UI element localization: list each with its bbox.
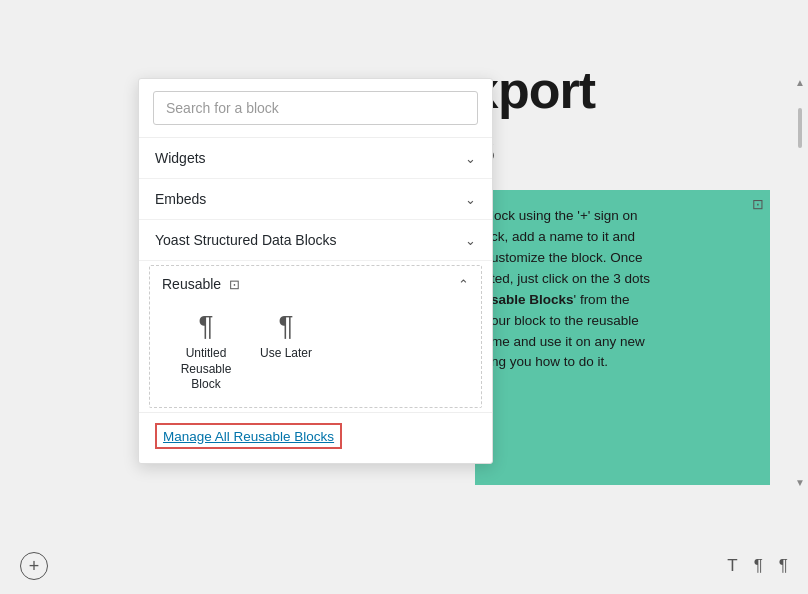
- manage-link-box: Manage All Reusable Blocks: [155, 423, 342, 449]
- manage-reusable-blocks-link[interactable]: Manage All Reusable Blocks: [163, 429, 334, 444]
- resize-icon[interactable]: ⊡: [752, 196, 764, 212]
- manage-link-area: Manage All Reusable Blocks: [139, 412, 492, 463]
- block-item-untitled[interactable]: ¶ UntitledReusable Block: [166, 312, 246, 393]
- block-item-untitled-label: UntitledReusable Block: [166, 346, 246, 393]
- block-item-use-later[interactable]: ¶ Use Later: [246, 312, 326, 393]
- reusable-block-icon: ⊡: [229, 277, 240, 292]
- scroll-up-icon[interactable]: ▲: [795, 78, 805, 88]
- paragraph-icon-1[interactable]: ¶: [754, 556, 763, 576]
- search-area: [139, 79, 492, 138]
- plus-icon: +: [29, 556, 40, 577]
- block-item-use-later-label: Use Later: [260, 346, 312, 362]
- scroll-thumb[interactable]: [798, 108, 802, 148]
- chevron-down-icon: ⌄: [465, 233, 476, 248]
- section-widgets-label: Widgets: [155, 150, 206, 166]
- blocks-grid: ¶ UntitledReusable Block ¶ Use Later: [150, 302, 481, 407]
- toolbar-icons-right: T ¶ ¶: [727, 556, 788, 576]
- section-yoast-label: Yoast Structured Data Blocks: [155, 232, 337, 248]
- reusable-label: Reusable: [162, 276, 221, 292]
- bottom-toolbar: + T ¶ ¶: [0, 552, 808, 580]
- reusable-section: Reusable ⊡ ⌃ ¶ UntitledReusable Block ¶ …: [149, 265, 482, 408]
- green-content-block: lock using the '+' sign on ck, add a nam…: [475, 190, 770, 485]
- section-widgets[interactable]: Widgets ⌄: [139, 138, 492, 179]
- chevron-up-icon: ⌃: [458, 277, 469, 292]
- chevron-down-icon: ⌄: [465, 192, 476, 207]
- bold-text: sable Blocks: [491, 292, 574, 307]
- paragraph-icon-2[interactable]: ¶: [779, 556, 788, 576]
- section-embeds[interactable]: Embeds ⌄: [139, 179, 492, 220]
- scroll-down-icon[interactable]: ▼: [795, 477, 805, 488]
- search-input[interactable]: [153, 91, 478, 125]
- text-icon-t[interactable]: T: [727, 556, 737, 576]
- section-yoast[interactable]: Yoast Structured Data Blocks ⌄: [139, 220, 492, 261]
- paragraph-icon: ¶: [198, 312, 213, 340]
- chevron-down-icon: ⌄: [465, 151, 476, 166]
- reusable-label-row: Reusable ⊡: [162, 276, 240, 292]
- add-block-button[interactable]: +: [20, 552, 48, 580]
- reusable-section-header[interactable]: Reusable ⊡ ⌃: [150, 266, 481, 302]
- paragraph-icon: ¶: [278, 312, 293, 340]
- section-embeds-label: Embeds: [155, 191, 206, 207]
- block-inserter-panel: Widgets ⌄ Embeds ⌄ Yoast Structured Data…: [138, 78, 493, 464]
- scrollbar[interactable]: ▲ ▼: [796, 78, 804, 488]
